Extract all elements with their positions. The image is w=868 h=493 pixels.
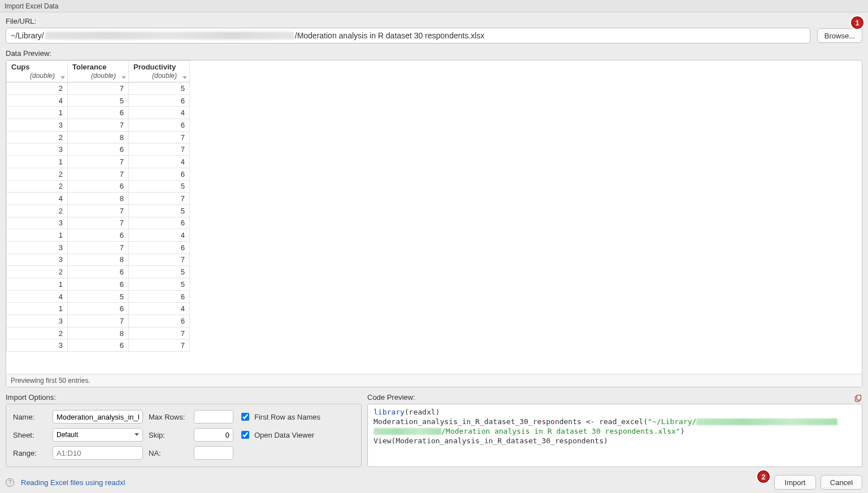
table-cell: 6	[129, 290, 190, 303]
na-input[interactable]	[194, 446, 233, 460]
window-title: Import Excel Data	[0, 0, 868, 12]
table-cell: 5	[129, 278, 190, 291]
code-text: View(Moderation_analysis_in_R_dataset_30…	[374, 437, 608, 445]
open-viewer-label: Open Data Viewer	[254, 431, 314, 439]
table-cell: 6	[68, 180, 129, 193]
table-cell: 7	[68, 241, 129, 254]
table-cell: 5	[129, 180, 190, 193]
table-cell: 3	[7, 254, 68, 266]
table-cell: 7	[129, 193, 190, 205]
table-cell: 7	[129, 143, 190, 156]
sheet-select[interactable]	[53, 428, 143, 442]
chevron-down-icon[interactable]	[60, 76, 65, 79]
annotation-badge-2: 2	[757, 470, 770, 483]
cancel-button[interactable]: Cancel	[821, 475, 862, 490]
table-cell: 1	[7, 303, 68, 315]
copy-code-icon[interactable]	[854, 394, 862, 404]
table-cell: 4	[7, 193, 68, 205]
table-cell: 8	[68, 131, 129, 143]
table-cell: 1	[7, 107, 68, 119]
table-cell: 4	[129, 107, 190, 119]
table-cell: 6	[129, 119, 190, 132]
name-label: Name:	[13, 413, 47, 421]
table-cell: 8	[68, 327, 129, 339]
table-cell: 7	[68, 204, 129, 217]
code-string: "~/Library/	[648, 417, 696, 426]
table-row: 164	[7, 303, 190, 315]
table-cell: 4	[7, 94, 68, 107]
column-header[interactable]: Cups(double)	[7, 61, 68, 82]
chevron-down-icon[interactable]	[183, 76, 187, 79]
table-cell: 7	[68, 168, 129, 180]
column-header[interactable]: Tolerance(double)	[68, 61, 129, 82]
first-row-checkbox[interactable]	[241, 413, 249, 421]
help-icon[interactable]: ?	[6, 478, 14, 487]
code-text: Moderation_analysis_in_R_dataset_30_resp…	[374, 417, 648, 426]
code-text: )	[680, 427, 685, 435]
table-cell: 4	[129, 303, 190, 315]
range-input[interactable]	[53, 446, 143, 460]
code-redacted	[374, 428, 441, 435]
table-cell: 7	[68, 217, 129, 229]
browse-button[interactable]: Browse...	[817, 28, 862, 43]
table-cell: 5	[129, 266, 190, 278]
file-path-suffix: /Moderation analysis in R dataset 30 res…	[295, 31, 484, 40]
table-cell: 5	[68, 290, 129, 303]
range-label: Range:	[13, 449, 47, 457]
table-row: 275	[7, 204, 190, 217]
import-button[interactable]: Import	[774, 475, 816, 490]
table-cell: 7	[129, 327, 190, 339]
import-options-label: Import Options:	[6, 393, 362, 402]
max-rows-label: Max Rows:	[149, 413, 188, 421]
svg-rect-0	[857, 395, 861, 400]
file-url-input[interactable]: ~/Library/ /Moderation analysis in R dat…	[6, 28, 810, 43]
table-row: 487	[7, 193, 190, 205]
skip-input[interactable]	[194, 428, 233, 442]
column-type-text: (double)	[72, 72, 124, 80]
table-cell: 2	[7, 131, 68, 143]
table-cell: 7	[68, 315, 129, 328]
table-cell: 4	[7, 290, 68, 303]
column-name-text: Tolerance	[72, 63, 106, 71]
table-cell: 2	[7, 204, 68, 217]
table-cell: 2	[7, 82, 68, 95]
column-name-text: Cups	[11, 63, 30, 71]
table-row: 376	[7, 217, 190, 229]
table-cell: 3	[7, 217, 68, 229]
table-cell: 6	[68, 339, 129, 352]
table-row: 367	[7, 339, 190, 352]
code-string: /Moderation analysis in R dataset 30 res…	[441, 427, 680, 435]
table-cell: 7	[68, 119, 129, 132]
table-cell: 1	[7, 278, 68, 291]
table-cell: 3	[7, 119, 68, 132]
table-cell: 6	[68, 229, 129, 242]
table-row: 164	[7, 229, 190, 242]
table-cell: 6	[68, 303, 129, 315]
file-url-label: File/URL:	[6, 17, 862, 25]
table-cell: 8	[68, 254, 129, 266]
table-cell: 6	[68, 266, 129, 278]
code-keyword: library	[374, 408, 405, 416]
table-cell: 6	[68, 278, 129, 291]
table-cell: 7	[129, 131, 190, 143]
column-name-text: Productivity	[133, 63, 176, 71]
column-header[interactable]: Productivity(double)	[129, 61, 190, 82]
name-input[interactable]	[53, 410, 143, 424]
table-row: 265	[7, 266, 190, 278]
code-preview-panel[interactable]: library(readxl) Moderation_analysis_in_R…	[367, 404, 862, 467]
annotation-badge-1: 1	[851, 16, 863, 29]
table-cell: 1	[7, 156, 68, 168]
max-rows-input[interactable]	[194, 410, 233, 424]
preview-footer-text: Previewing first 50 entries.	[6, 374, 862, 387]
table-cell: 3	[7, 241, 68, 254]
data-preview-table: Cups(double)Tolerance(double)Productivit…	[6, 60, 190, 352]
table-row: 376	[7, 315, 190, 328]
chevron-down-icon[interactable]	[121, 76, 126, 79]
file-path-prefix: ~/Library/	[11, 31, 44, 40]
column-type-text: (double)	[11, 72, 63, 80]
code-preview-label: Code Preview:	[367, 393, 854, 402]
table-cell: 6	[129, 315, 190, 328]
open-viewer-checkbox[interactable]	[241, 431, 249, 439]
help-link[interactable]: Reading Excel files using readxl	[21, 478, 125, 487]
code-redacted	[696, 418, 837, 425]
